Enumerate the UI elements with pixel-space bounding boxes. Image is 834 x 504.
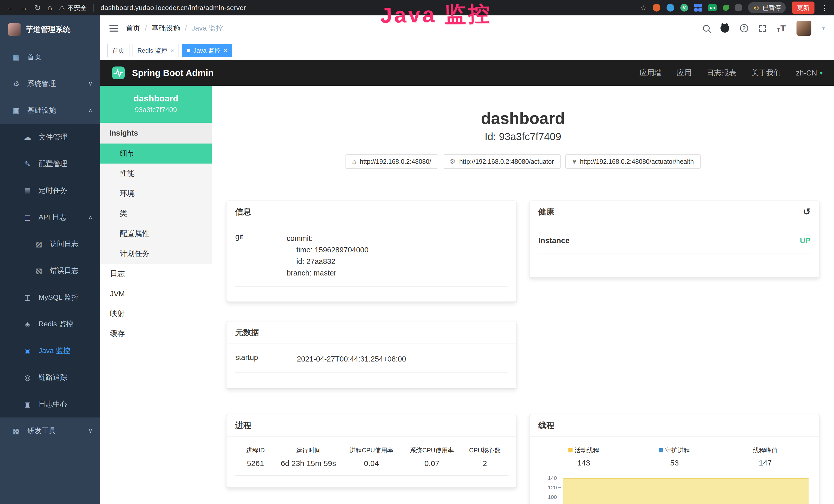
sba-instance-block[interactable]: dashboard 93a3fc7f7409	[100, 86, 212, 123]
actuator-url-button[interactable]: ⚙ http://192.168.0.2:48080/actuator	[443, 154, 561, 169]
search-icon[interactable]	[703, 25, 710, 31]
fullscreen-icon[interactable]	[759, 25, 766, 32]
sba-item-caches[interactable]: 缓存	[100, 324, 212, 344]
sba-item-scheduled-tasks[interactable]: 计划任务	[100, 244, 212, 264]
tab-home[interactable]: 首页	[107, 44, 129, 57]
close-icon[interactable]: ×	[170, 47, 174, 54]
ytick: 120	[548, 484, 557, 491]
gear-icon: ⚙	[11, 79, 21, 88]
sba-nav-journal[interactable]: 日志报表	[707, 68, 737, 78]
sidebar-item-mysql-monitor[interactable]: ◫ MySQL 监控	[0, 284, 100, 311]
paused-badge[interactable]: ☺ 已暂停	[748, 2, 786, 13]
sidebar-item-error-logs[interactable]: ▧ 错误日志	[0, 257, 100, 284]
drop-extension-icon[interactable]	[666, 4, 674, 12]
close-icon[interactable]: ×	[223, 47, 227, 54]
metadata-value: 2021-04-27T00:44:31.254+08:00	[297, 353, 507, 365]
browser-menu-icon[interactable]: ⋮	[821, 3, 828, 12]
process-col-sys-cpu: 系统CPU使用率	[410, 446, 454, 455]
sidebar-item-dev-tools[interactable]: ▩ 研发工具 ∨	[0, 417, 100, 444]
live-threads-value: 143	[577, 459, 590, 467]
home-icon[interactable]: ⌂	[47, 3, 52, 12]
update-button[interactable]: 更新	[792, 2, 814, 14]
sidebar-item-tracing[interactable]: ◎ 链路追踪	[0, 364, 100, 391]
breadcrumb-home[interactable]: 首页	[126, 23, 140, 33]
health-url-button[interactable]: ♥ http://192.168.0.2:48080/actuator/heal…	[565, 154, 701, 169]
sidebar-item-infrastructure[interactable]: ▣ 基础设施 ∧	[0, 97, 100, 124]
info-git-row: git commit: time: 1596289704000 id: 27aa…	[235, 233, 507, 287]
sidebar-item-label: 日志中心	[39, 399, 67, 409]
back-icon[interactable]: ←	[6, 3, 13, 12]
switch-on-extension-icon[interactable]: on	[708, 4, 717, 11]
sidebar-item-label: 定时任务	[39, 186, 67, 196]
app-logo[interactable]: 芋道管理系统	[0, 16, 100, 44]
fox-extension-icon[interactable]	[653, 4, 660, 12]
sba-item-config-props[interactable]: 配置属性	[100, 224, 212, 244]
heart-icon: ♥	[572, 158, 576, 166]
refresh-icon[interactable]: ↻	[35, 3, 41, 12]
sba-item-classes[interactable]: 类	[100, 204, 212, 224]
sidebar-item-label: 链路追踪	[39, 372, 67, 382]
logo-image	[8, 23, 21, 36]
sba-item-mappings[interactable]: 映射	[100, 304, 212, 324]
chevron-up-icon: ∧	[88, 214, 92, 221]
sba-item-jvm[interactable]: JVM	[100, 284, 212, 304]
sidebar-item-java-monitor[interactable]: ◉ Java 监控	[0, 337, 100, 364]
sba-item-environment[interactable]: 环境	[100, 184, 212, 204]
sidebar-item-config-management[interactable]: ✎ 配置管理	[0, 151, 100, 177]
live-threads-swatch	[568, 448, 572, 452]
sba-item-details[interactable]: 细节	[100, 143, 212, 164]
sidebar-item-access-logs[interactable]: ▨ 访问日志	[0, 231, 100, 257]
bookmark-star-icon[interactable]: ☆	[640, 4, 646, 12]
tag-bar: 首页 Redis 监控 × Java 监控 ×	[100, 41, 834, 60]
breadcrumb-section[interactable]: 基础设施	[152, 23, 180, 33]
history-icon[interactable]: ↺	[803, 206, 811, 217]
sba-brand-title[interactable]: Spring Boot Admin	[132, 68, 214, 78]
user-avatar[interactable]	[796, 21, 811, 36]
sidebar-item-api-logs[interactable]: ▥ API 日志 ∧	[0, 204, 100, 231]
text-size-icon[interactable]: T T	[777, 23, 786, 33]
sba-item-metrics[interactable]: 性能	[100, 164, 212, 184]
grid-extension-icon[interactable]	[694, 4, 702, 12]
sidebar-item-redis-monitor[interactable]: ◈ Redis 监控	[0, 311, 100, 337]
help-icon[interactable]: ?	[740, 24, 748, 32]
tab-redis-monitor[interactable]: Redis 监控 ×	[133, 44, 179, 57]
sidebar-item-label: 文件管理	[39, 132, 67, 142]
log-icon: ▥	[23, 213, 32, 222]
sidebar-item-scheduled-tasks[interactable]: ▤ 定时任务	[0, 177, 100, 204]
tab-java-monitor[interactable]: Java 监控 ×	[182, 44, 232, 57]
breadcrumb-separator: /	[185, 24, 187, 32]
ytick: 140	[548, 475, 557, 481]
breadcrumb: 首页 / 基础设施 / Java 监控	[126, 23, 223, 33]
process-proc-cpu-value: 0.04	[364, 459, 379, 468]
sba-nav-wall[interactable]: 应用墙	[640, 68, 662, 78]
pin-extension-icon[interactable]	[735, 4, 742, 11]
git-commit-time: time: 1596289704000	[287, 244, 507, 256]
log-center-icon: ▣	[23, 400, 32, 409]
sidebar-item-system-management[interactable]: ⚙ 系统管理 ∨	[0, 70, 100, 97]
instance-title: dashboard	[226, 109, 820, 128]
vue-devtools-icon[interactable]: V	[680, 4, 688, 12]
sidebar-item-log-center[interactable]: ▣ 日志中心	[0, 391, 100, 417]
sba-language-select[interactable]: zh-CN ▾	[796, 69, 823, 77]
process-col-cores: CPU核心数	[469, 446, 501, 455]
sidebar-item-file-management[interactable]: ☁ 文件管理	[0, 124, 100, 151]
sba-item-logs[interactable]: 日志	[100, 264, 212, 284]
sidebar-item-home[interactable]: ▦ 首页	[0, 44, 100, 70]
security-chip[interactable]: ⚠ 不安全	[59, 4, 87, 12]
database-icon: ◫	[23, 293, 32, 302]
health-instance-row[interactable]: Instance UP	[539, 233, 811, 253]
warning-icon: ⚠	[59, 4, 65, 12]
sba-nav-applications[interactable]: 应用	[677, 68, 692, 78]
forward-icon[interactable]: →	[20, 3, 28, 12]
avatar-caret-icon[interactable]: ▾	[822, 25, 825, 31]
header-actions: ? T T ▾	[703, 21, 825, 36]
service-url-button[interactable]: ⌂ http://192.168.0.2:48080/	[345, 154, 438, 169]
github-icon[interactable]	[721, 24, 729, 32]
address-url[interactable]: dashboard.yudao.iocoder.cn/infra/admin-s…	[101, 4, 633, 12]
doc-icon: ▧	[34, 267, 44, 275]
metadata-card-title: 元数据	[226, 321, 516, 344]
spring-boot-admin: Spring Boot Admin 应用墙 应用 日志报表 关于我们 zh-CN…	[100, 60, 834, 504]
sba-nav-about[interactable]: 关于我们	[751, 68, 781, 78]
hamburger-icon[interactable]	[109, 25, 118, 31]
leaf-extension-icon[interactable]	[723, 5, 729, 11]
